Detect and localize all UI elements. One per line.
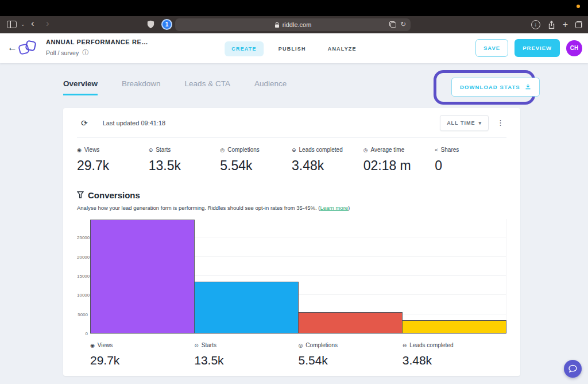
- project-title: ANNUAL PERFORMANCE RE…: [46, 39, 148, 45]
- analyze-page: Overview Breakdown Leads & CTA Audience …: [0, 63, 588, 384]
- legend-leads-completed: ⊖Leads completed 3.48k: [403, 342, 506, 367]
- eye-icon: ◉: [90, 343, 95, 348]
- recording-indicator-dot: [577, 5, 580, 8]
- play-circle-icon: ⊙: [194, 343, 199, 348]
- save-button[interactable]: SAVE: [475, 39, 508, 57]
- legend-views: ◉Views 29.7k: [90, 342, 194, 367]
- last-updated-text: Last updated 09:41:18: [103, 120, 165, 126]
- tab-leads-cta[interactable]: Leads & CTA: [185, 79, 230, 95]
- stat-starts: ⊙Starts 13.5k: [149, 147, 220, 174]
- chart-ytick-label: 15000: [77, 274, 88, 279]
- workflow-nav: CREATE PUBLISH ANALYZE: [225, 41, 363, 56]
- legend-starts: ⊙Starts 13.5k: [194, 342, 298, 367]
- chart-ytick-label: 20000: [77, 255, 88, 260]
- stat-leads-value: 3.48k: [292, 158, 363, 174]
- analytics-tabs: Overview Breakdown Leads & CTA Audience: [63, 79, 287, 95]
- stat-average-time: ◷Average time 02:18 m: [363, 147, 435, 174]
- bar-starts: [194, 282, 299, 333]
- tab-breakdown[interactable]: Breakdown: [122, 79, 161, 95]
- stat-completions: ◎Completions 5.54k: [220, 147, 292, 174]
- stat-views: ◉Views 29.7k: [77, 147, 149, 174]
- share-icon[interactable]: [548, 21, 555, 29]
- funnel-icon: [77, 190, 84, 200]
- nav-publish[interactable]: PUBLISH: [272, 41, 313, 56]
- translate-icon[interactable]: [389, 21, 396, 28]
- sidebar-toggle-icon[interactable]: [7, 21, 17, 28]
- chat-bubble-icon: [568, 364, 578, 373]
- eye-icon: ◉: [77, 147, 82, 153]
- chevron-down-icon[interactable]: ⌄: [21, 21, 25, 27]
- new-tab-icon[interactable]: +: [563, 20, 568, 29]
- time-filter-dropdown[interactable]: ALL TIME ▾: [440, 115, 489, 131]
- nav-analyze[interactable]: ANALYZE: [321, 41, 363, 56]
- target-icon: ◎: [299, 343, 303, 348]
- riddle-logo[interactable]: [18, 40, 39, 57]
- onepassword-extension-icon[interactable]: 1: [161, 19, 172, 30]
- legend-completions-value: 5.54k: [299, 354, 403, 367]
- user-avatar[interactable]: CH: [566, 40, 582, 56]
- browser-back-button[interactable]: ‹: [31, 18, 34, 28]
- privacy-shield-icon[interactable]: [146, 20, 155, 32]
- tab-overview[interactable]: Overview: [63, 79, 98, 95]
- check-circle-icon: ⊖: [403, 343, 407, 348]
- legend-views-value: 29.7k: [90, 354, 194, 367]
- chart-ytick-label: 10000: [77, 293, 88, 298]
- refresh-icon[interactable]: ⟳: [81, 118, 88, 128]
- legend-completions: ◎Completions 5.54k: [299, 342, 403, 367]
- stats-card: ⟳ Last updated 09:41:18 ALL TIME ▾ ⋮ ◉Vi…: [63, 108, 520, 376]
- url-bar[interactable]: riddle.com ↻: [175, 18, 411, 31]
- bar-views: [90, 220, 195, 333]
- check-circle-icon: ⊖: [292, 147, 296, 153]
- chart-legend-stats: ◉Views 29.7k ⊙Starts 13.5k ◎Completions …: [90, 342, 506, 367]
- browser-forward-button: ›: [46, 18, 49, 28]
- reload-icon[interactable]: ↻: [400, 20, 406, 28]
- back-arrow-button[interactable]: ←: [7, 42, 17, 53]
- play-circle-icon: ⊙: [149, 147, 153, 153]
- caret-down-icon: ▾: [478, 120, 482, 126]
- lock-icon: [274, 22, 280, 28]
- kebab-menu-icon[interactable]: ⋮: [497, 118, 504, 127]
- stat-starts-value: 13.5k: [149, 158, 220, 174]
- share-icon: <: [435, 147, 438, 153]
- project-type-label: Poll / survey: [46, 49, 79, 56]
- conversions-bar-chart: 0500010000150002000025000: [77, 219, 506, 334]
- legend-leads-value: 3.48k: [403, 354, 506, 367]
- info-icon[interactable]: ⓘ: [82, 48, 88, 57]
- chart-ytick-label: 25000: [77, 235, 88, 240]
- learn-more-link[interactable]: Learn more: [320, 205, 349, 211]
- stat-leads-completed: ⊖Leads completed 3.48k: [292, 147, 363, 174]
- tab-overview-icon[interactable]: [575, 21, 582, 28]
- macos-menubar: [0, 0, 588, 16]
- stat-shares: <Shares 0: [435, 147, 506, 174]
- url-text: riddle.com: [283, 21, 312, 28]
- browser-toolbar: ⌄ ‹ › 1 riddle.com ↻ ↓ +: [0, 16, 588, 33]
- stat-views-value: 29.7k: [77, 158, 149, 174]
- downloads-icon[interactable]: ↓: [531, 20, 540, 29]
- target-icon: ◎: [220, 147, 225, 153]
- logo-square-icon: [25, 40, 36, 51]
- download-icon: [525, 83, 531, 91]
- conversions-title: Conversions: [88, 190, 140, 200]
- chart-ytick-label: 5000: [77, 312, 88, 317]
- bar-leads-completed: [402, 320, 506, 333]
- chart-plot: [90, 219, 506, 334]
- legend-starts-value: 13.5k: [194, 354, 298, 367]
- preview-button[interactable]: PREVIEW: [514, 39, 560, 57]
- clock-icon: ◷: [363, 147, 368, 153]
- summary-stats-row: ◉Views 29.7k ⊙Starts 13.5k ◎Completions …: [77, 138, 506, 174]
- tab-audience[interactable]: Audience: [254, 79, 287, 95]
- chart-ytick-label: 0: [77, 331, 88, 336]
- chat-support-button[interactable]: [564, 360, 582, 378]
- bar-completions: [298, 312, 403, 333]
- stat-shares-value: 0: [435, 158, 506, 174]
- app-header: ← ANNUAL PERFORMANCE RE… Poll / survey ⓘ…: [0, 33, 588, 63]
- conversions-description: Analyse how your lead generation form is…: [77, 205, 506, 211]
- download-stats-button[interactable]: DOWNLOAD STATS: [451, 78, 540, 97]
- nav-create[interactable]: CREATE: [225, 41, 264, 56]
- stat-completions-value: 5.54k: [220, 158, 292, 174]
- stat-average-time-value: 02:18 m: [363, 158, 435, 174]
